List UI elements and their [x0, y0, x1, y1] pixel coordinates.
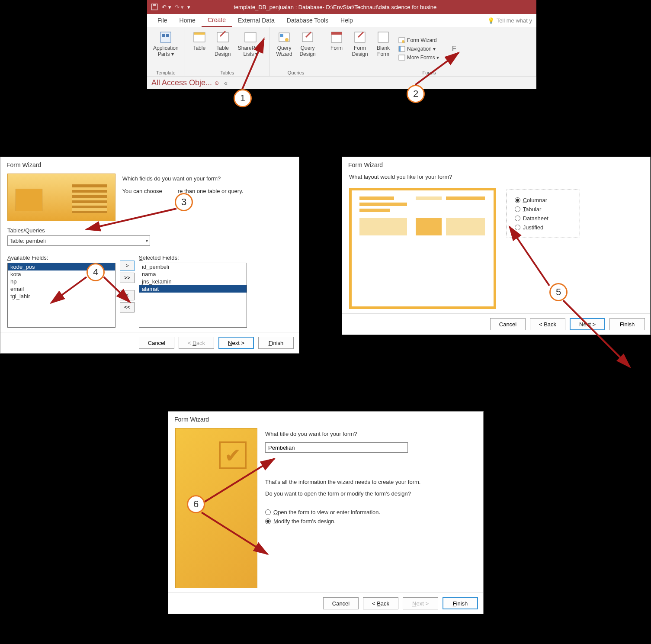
cancel-button[interactable]: Cancel	[490, 318, 526, 330]
undo-icon[interactable]: ↶ ▾	[162, 4, 171, 10]
form-wizard-finish-dialog: Form Wizard What title do you want for y…	[168, 411, 484, 614]
callout-3: 3	[175, 193, 193, 211]
blank-form-button[interactable]: Blank Form	[372, 29, 394, 69]
list-item[interactable]: email	[8, 285, 115, 293]
more-forms-icon	[398, 54, 405, 61]
wizard-hint: You can choose re than one table or quer…	[122, 188, 287, 194]
table-design-icon	[216, 30, 230, 44]
form-wizard-button[interactable]: Form Wizard	[398, 37, 437, 44]
access-window: ↶ ▾ ↷ ▾ ▾ template_DB_penjualan : Databa…	[147, 0, 536, 89]
wizard-info: Do you want to open the form or modify t…	[265, 490, 468, 497]
redo-icon[interactable]: ↷ ▾	[175, 4, 184, 10]
finish-button[interactable]: Finish	[443, 597, 478, 609]
save-icon[interactable]	[151, 3, 158, 11]
radio-icon	[515, 197, 520, 203]
group-tables: Table Table Design SharePoint Lists ▾ Ta…	[185, 27, 270, 76]
group-forms: Form Form Design Blank Form Form Wizard …	[322, 27, 536, 76]
window-title: template_DB_penjualan : Database- D:\Env…	[199, 4, 533, 10]
callout-6: 6	[187, 495, 205, 513]
radio-justified[interactable]: Justified	[515, 224, 572, 231]
available-fields-label: Available Fields:	[7, 254, 115, 261]
tab-create[interactable]: Create	[202, 14, 232, 27]
navigation-pane-header[interactable]: All Access Obje... ⊙ «	[147, 77, 536, 89]
form-icon	[330, 30, 343, 44]
layout-preview-icon	[349, 188, 496, 309]
selected-fields-list[interactable]: id_pembeli nama jns_kelamin alamat	[139, 263, 247, 328]
back-button: < Back	[179, 337, 214, 349]
tab-database-tools[interactable]: Database Tools	[281, 14, 334, 26]
remove-field-button[interactable]: <	[120, 290, 135, 300]
collapse-icon[interactable]: «	[224, 80, 228, 87]
next-button[interactable]: Next >	[218, 337, 254, 349]
dialog-title: Form Wizard	[0, 157, 299, 171]
add-field-button[interactable]: >	[120, 261, 135, 271]
sharepoint-lists-button[interactable]: SharePoint Lists ▾	[235, 29, 266, 69]
next-button[interactable]: Next >	[570, 318, 605, 330]
bulb-icon: 💡	[487, 17, 494, 24]
chevron-down-icon[interactable]: ⊙	[215, 80, 219, 86]
query-wizard-icon	[277, 30, 291, 44]
svg-point-11	[285, 38, 289, 42]
form-design-icon	[353, 30, 367, 44]
radio-datasheet[interactable]: Datasheet	[515, 215, 572, 222]
tab-home[interactable]: Home	[173, 14, 202, 26]
svg-rect-15	[331, 32, 342, 35]
tables-queries-combo[interactable]: Table: pembeli	[7, 235, 150, 246]
wizard-question: What title do you want for your form?	[265, 431, 468, 437]
list-item[interactable]: id_pembeli	[139, 263, 247, 270]
svg-rect-3	[162, 34, 165, 37]
svg-point-20	[402, 40, 404, 43]
dialog-title: Form Wizard	[168, 412, 483, 425]
ribbon-tabs: File Home Create External Data Database …	[147, 14, 536, 27]
navigation-button[interactable]: Navigation ▾	[398, 45, 436, 52]
cancel-button[interactable]: Cancel	[323, 597, 359, 609]
radio-modify-design[interactable]: Modify the form's design.	[265, 518, 468, 525]
form-title-input[interactable]	[265, 442, 408, 453]
more-forms-button[interactable]: More Forms ▾	[398, 54, 439, 61]
form-design-button[interactable]: Form Design	[349, 29, 371, 69]
callout-4: 4	[87, 263, 105, 281]
cancel-button[interactable]: Cancel	[139, 337, 174, 349]
back-button[interactable]: < Back	[530, 318, 565, 330]
svg-rect-23	[399, 55, 405, 60]
svg-rect-2	[160, 32, 171, 42]
ribbon: Application Parts ▾ Template Table Table…	[147, 27, 536, 77]
blank-form-icon	[376, 30, 390, 44]
tab-help[interactable]: Help	[334, 14, 359, 26]
table-icon	[192, 30, 206, 44]
add-all-fields-button[interactable]: >>	[120, 273, 135, 283]
tables-queries-label: Tables/Queries	[7, 227, 292, 234]
qat-customize-icon[interactable]: ▾	[187, 4, 190, 10]
table-design-button[interactable]: Table Design	[212, 29, 234, 69]
callout-5: 5	[549, 283, 568, 301]
radio-tabular[interactable]: Tabular	[515, 206, 572, 213]
list-item[interactable]: tgl_lahir	[8, 293, 115, 300]
application-parts-button[interactable]: Application Parts ▾	[151, 29, 181, 69]
tab-external-data[interactable]: External Data	[232, 14, 281, 26]
query-design-button[interactable]: Query Design	[297, 29, 318, 69]
finish-button[interactable]: Finish	[609, 318, 645, 330]
radio-icon	[515, 225, 520, 230]
radio-icon	[515, 206, 520, 212]
back-button[interactable]: < Back	[363, 597, 398, 609]
table-button[interactable]: Table	[189, 29, 210, 69]
tell-me[interactable]: 💡Tell me what y	[487, 17, 536, 24]
form-button[interactable]: Form	[326, 29, 347, 69]
wizard-question: Which fields do you want on your form?	[122, 175, 287, 182]
finish-button[interactable]: Finish	[258, 337, 294, 349]
list-item[interactable]: jns_kelamin	[139, 278, 247, 285]
svg-rect-6	[194, 32, 205, 35]
query-design-icon	[301, 30, 314, 44]
selected-fields-label: Selected Fields:	[139, 254, 247, 261]
svg-rect-16	[355, 32, 365, 42]
radio-icon	[515, 216, 520, 221]
radio-columnar[interactable]: Columnar	[515, 197, 572, 203]
tab-file[interactable]: File	[151, 14, 173, 26]
radio-open-form[interactable]: Open the form to view or enter informati…	[265, 509, 468, 515]
query-wizard-button[interactable]: Query Wizard	[273, 29, 295, 69]
list-item[interactable]: nama	[139, 270, 247, 278]
wizard-question: What layout would you like for your form…	[349, 174, 643, 180]
remove-all-fields-button[interactable]: <<	[120, 302, 135, 312]
list-item[interactable]: alamat	[139, 285, 247, 293]
wizard-banner-icon	[7, 174, 115, 221]
